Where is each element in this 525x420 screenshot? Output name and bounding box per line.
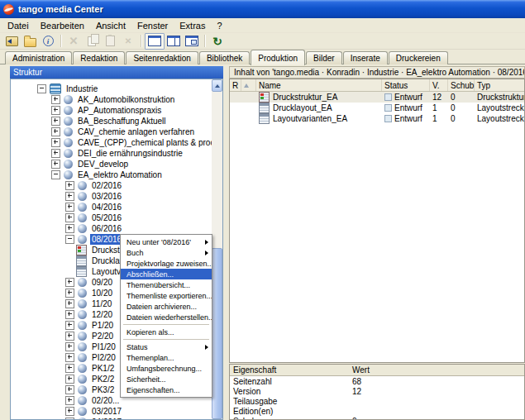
- tree-item-cav-chemie-anlagen-verfahren[interactable]: CAV_chemie anlagen verfahren: [51, 126, 196, 137]
- column-header-typ[interactable]: Typ: [475, 79, 525, 91]
- expander-plus-icon[interactable]: [65, 342, 74, 351]
- copy-button[interactable]: [83, 34, 101, 49]
- scrollbar-thumb[interactable]: [212, 248, 222, 419]
- context-menu-item-eigenschaften[interactable]: Eigenschaften...: [121, 384, 212, 395]
- tab-inserate[interactable]: Inserate: [343, 51, 388, 64]
- tree-item-dei-die-ern-hrungsindustrie[interactable]: DEI_die ernährungsindustrie: [51, 148, 184, 159]
- context-menu-item-dateien-archivieren[interactable]: Dateien archivieren...: [121, 301, 212, 312]
- expander-plus-icon[interactable]: [65, 224, 74, 233]
- tree-item-04-2016[interactable]: 04/2016: [65, 202, 123, 212]
- tab-druckereien[interactable]: Druckereien: [389, 51, 448, 64]
- split-view-button[interactable]: [165, 34, 183, 49]
- menu-item-ansicht[interactable]: Ansicht: [90, 19, 131, 32]
- tree-item-08-2016[interactable]: 08/2016: [65, 234, 123, 245]
- tree-item-ba-beschaffung-aktuell[interactable]: BA_Beschaffung Aktuell: [51, 116, 168, 126]
- tab-bibliothek[interactable]: Bibliothek: [199, 51, 250, 64]
- context-menu-item-projektvorlage-zuweisen[interactable]: Projektvorlage zuweisen...: [121, 258, 212, 269]
- tree-item-ea-elektro-automation[interactable]: EA_elektro Automation: [51, 169, 164, 180]
- tab-administration[interactable]: Administration: [5, 51, 72, 64]
- tree-item-ak-automobilkonstruktion[interactable]: AK_Automobilkonstruktion: [51, 94, 176, 105]
- context-menu-item-status[interactable]: Status: [121, 341, 212, 352]
- context-menu-item-buch[interactable]: Buch: [121, 247, 212, 258]
- info-button[interactable]: [39, 34, 57, 49]
- tree-item-09-20[interactable]: 09/20: [65, 277, 114, 288]
- tree-item-industrie[interactable]: Industrie: [37, 84, 99, 94]
- expander-plus-icon[interactable]: [65, 321, 74, 330]
- expander-plus-icon[interactable]: [51, 138, 60, 147]
- expander-plus-icon[interactable]: [65, 213, 74, 222]
- expander-plus-icon[interactable]: [51, 117, 60, 126]
- column-header-v[interactable]: V.: [430, 79, 448, 91]
- expander-plus-icon[interactable]: [65, 278, 74, 287]
- paste-button[interactable]: [101, 34, 119, 49]
- tree-item-pi2-20[interactable]: PI2/20: [65, 352, 117, 363]
- tree-item-12-20[interactable]: 12/20: [65, 309, 114, 320]
- expander-plus-icon[interactable]: [65, 364, 74, 373]
- menu-item-extras[interactable]: Extras: [174, 19, 211, 32]
- tree-item-dev-develop[interactable]: DEV_develop: [51, 159, 130, 169]
- expander-plus-icon[interactable]: [65, 385, 74, 394]
- expander-plus-icon[interactable]: [65, 289, 74, 298]
- tree-item-04-2017[interactable]: 04/2017: [65, 417, 123, 420]
- menu-item-bearbeiten[interactable]: Bearbeiten: [35, 19, 90, 32]
- tree-scrollbar[interactable]: [212, 79, 222, 419]
- expander-plus-icon[interactable]: [65, 181, 74, 190]
- expander-minus-icon[interactable]: [65, 235, 74, 244]
- context-menu-item-themenplan[interactable]: Themenplan...: [121, 352, 212, 363]
- context-menu-item-neu-unter-08-2016[interactable]: Neu unter '08/2016': [121, 236, 212, 247]
- open-folder-button[interactable]: [21, 34, 39, 49]
- tree-item-pi1-20[interactable]: PI1/20: [65, 341, 117, 352]
- open-item-button[interactable]: [2, 34, 21, 49]
- tab-produktion[interactable]: Produktion: [251, 50, 305, 65]
- table-row-drucklayout-ea[interactable]: Drucklayout_EAEntwurf10Layoutstrecke: [230, 103, 524, 113]
- expander-plus-icon[interactable]: [51, 149, 60, 158]
- column-header-name[interactable]: Name: [256, 79, 382, 91]
- tree-item-pk1-2[interactable]: PK1/2: [65, 363, 116, 374]
- context-menu-item-themen-bersicht[interactable]: Themenübersicht...: [121, 279, 212, 290]
- expander-plus-icon[interactable]: [51, 106, 60, 115]
- menu-item-datei[interactable]: Datei: [2, 19, 35, 32]
- refresh-button[interactable]: [208, 34, 227, 49]
- context-menu-item-kopieren-als[interactable]: Kopieren als...: [121, 327, 212, 337]
- menu-item-fenster[interactable]: Fenster: [131, 19, 174, 32]
- expander-plus-icon[interactable]: [65, 192, 74, 201]
- tree-item-p2-20[interactable]: P2/20: [65, 331, 115, 341]
- tree-item-03-2016[interactable]: 03/2016: [65, 191, 123, 202]
- scroll-up-button[interactable]: [212, 79, 222, 92]
- expander-minus-icon[interactable]: [51, 170, 60, 179]
- context-menu-item-themenliste-exportieren[interactable]: Themenliste exportieren...: [121, 290, 212, 301]
- tree-item-pk2-2[interactable]: PK2/2: [65, 374, 116, 384]
- structure-view-button[interactable]: [145, 33, 165, 50]
- tree-item-p1-20[interactable]: P1/20: [65, 320, 115, 331]
- tree-item-11-20[interactable]: 11/20: [65, 298, 113, 309]
- expander-plus-icon[interactable]: [65, 299, 74, 308]
- tab-seitenredaktion[interactable]: Seitenredaktion: [126, 51, 198, 64]
- tree-item-05-2016[interactable]: 05/2016: [65, 212, 123, 223]
- context-menu-item-abschlie-en[interactable]: Abschließen...: [121, 269, 212, 279]
- titlebar[interactable]: tango media Center: [0, 0, 525, 18]
- delete-button[interactable]: [119, 34, 137, 49]
- column-header-sort[interactable]: [241, 79, 256, 91]
- expander-plus-icon[interactable]: [65, 353, 74, 362]
- column-header-schub[interactable]: Schub: [448, 79, 475, 91]
- tab-bilder[interactable]: Bilder: [306, 51, 342, 64]
- context-menu-item-dateien-wiederherstellen[interactable]: Dateien wiederherstellen...: [121, 312, 212, 322]
- tab-redaktion[interactable]: Redaktion: [73, 51, 125, 64]
- tree-item-10-20[interactable]: 10/20: [65, 288, 114, 298]
- column-header-r[interactable]: R: [230, 79, 241, 91]
- table-row-druckstruktur-ea[interactable]: Druckstruktur_EAEntwurf120Druckstruktur: [230, 92, 524, 103]
- context-menu-item-umfangsberechnung[interactable]: Umfangsberechnung...: [121, 363, 212, 374]
- tree-item-03-2017[interactable]: 03/2017: [65, 406, 123, 417]
- expander-plus-icon[interactable]: [51, 95, 60, 104]
- expander-plus-icon[interactable]: [51, 160, 60, 169]
- tree-item-ap-automationspraxis[interactable]: AP_Automationspraxis: [51, 105, 163, 116]
- tree-item-02-20[interactable]: 02/20...: [65, 395, 121, 406]
- expander-plus-icon[interactable]: [65, 375, 74, 384]
- menu-item-item[interactable]: ?: [211, 19, 227, 32]
- expander-plus-icon[interactable]: [65, 203, 74, 212]
- tree-item-06-2016[interactable]: 06/2016: [65, 223, 123, 234]
- expander-plus-icon[interactable]: [65, 310, 74, 319]
- cascade-view-button[interactable]: [183, 34, 201, 49]
- table-row-layoutvarianten-ea[interactable]: Layoutvarianten_EAEntwurf10Layoutstrecke: [230, 113, 524, 124]
- tree-item-02-2016[interactable]: 02/2016: [65, 180, 123, 191]
